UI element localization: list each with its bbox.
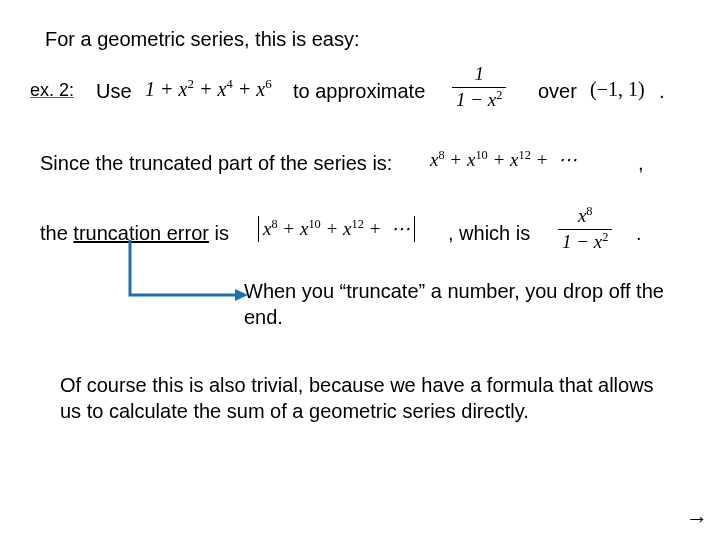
math-polynomial: 1 + x2 + x4 + x6 <box>145 76 272 102</box>
math-fraction-error: x8 1 − x2 <box>558 204 612 254</box>
trunc-which: , which is <box>448 220 530 246</box>
math-fraction-target: 1 1 − x2 <box>452 62 506 112</box>
intro-text: For a geometric series, this is easy: <box>45 26 360 52</box>
example-label: ex. 2: <box>30 80 74 101</box>
ex2-use: Use <box>96 78 132 104</box>
since-text: Since the truncated part of the series i… <box>40 150 392 176</box>
frac2-den: 1 − x2 <box>558 229 612 255</box>
math-interval: (−1, 1) <box>590 76 645 102</box>
slide: For a geometric series, this is easy: ex… <box>0 0 720 540</box>
ex2-to-approximate: to approximate <box>293 78 425 104</box>
trunc-prefix: the <box>40 222 73 244</box>
ex2-over: over <box>538 78 577 104</box>
frac1-den: 1 − x2 <box>452 87 506 113</box>
next-arrow-icon[interactable]: → <box>686 506 708 532</box>
frac2-num: x8 <box>558 204 612 229</box>
since-comma: , <box>638 150 644 176</box>
ex2-period: . <box>659 78 665 104</box>
math-tail-series: x8 + x10 + x12 + ⋯ <box>430 148 577 173</box>
callout-arrow <box>120 240 250 310</box>
frac1-num: 1 <box>452 62 506 87</box>
math-abs-series: x8 + x10 + x12 + ⋯ <box>256 216 417 242</box>
callout-text: When you “truncate” a number, you drop o… <box>244 278 664 330</box>
trunc-period: . <box>636 220 642 246</box>
closing-text: Of course this is also trivial, because … <box>60 372 660 424</box>
